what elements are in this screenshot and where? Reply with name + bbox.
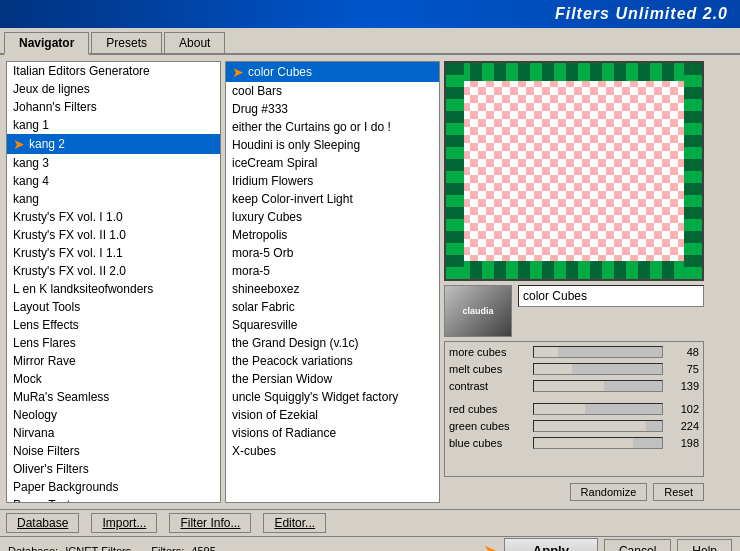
- list-item-label: Neology: [13, 408, 57, 422]
- list-item-label: Squaresville: [232, 318, 297, 332]
- left-list-item[interactable]: Lens Flares: [7, 334, 220, 352]
- middle-list-item[interactable]: Houdini is only Sleeping: [226, 136, 439, 154]
- category-list[interactable]: Italian Editors GeneratoreJeux de lignes…: [6, 61, 221, 503]
- filter-list[interactable]: ➤color Cubescool BarsDrug #333either the…: [225, 61, 440, 503]
- left-list-item[interactable]: L en K landksiteofwonders: [7, 280, 220, 298]
- list-item-label: vision of Ezekial: [232, 408, 318, 422]
- left-list-item[interactable]: Mock: [7, 370, 220, 388]
- left-list-item[interactable]: kang: [7, 190, 220, 208]
- list-item-label: Layout Tools: [13, 300, 80, 314]
- middle-list-item[interactable]: keep Color-invert Light: [226, 190, 439, 208]
- list-item-label: kang: [13, 192, 39, 206]
- filter-name-display: color Cubes: [518, 285, 704, 307]
- left-list-item[interactable]: Krusty's FX vol. I 1.0: [7, 208, 220, 226]
- middle-list-item[interactable]: Metropolis: [226, 226, 439, 244]
- middle-list-item[interactable]: luxury Cubes: [226, 208, 439, 226]
- slider-track[interactable]: [533, 420, 663, 432]
- list-item-label: Lens Effects: [13, 318, 79, 332]
- list-item-label: kang 2: [29, 137, 65, 151]
- left-list-item[interactable]: Paper Backgrounds: [7, 478, 220, 496]
- cancel-button[interactable]: Cancel: [604, 539, 671, 552]
- slider-fill: [534, 347, 558, 357]
- list-item-label: mora-5: [232, 264, 270, 278]
- left-list-item[interactable]: Italian Editors Generatore: [7, 62, 220, 80]
- list-item-label: Iridium Flowers: [232, 174, 313, 188]
- help-button[interactable]: Help: [677, 539, 732, 552]
- filter-name-text: color Cubes: [523, 289, 587, 303]
- slider-track[interactable]: [533, 363, 663, 375]
- tab-about[interactable]: About: [164, 32, 225, 53]
- left-list-item[interactable]: Oliver's Filters: [7, 460, 220, 478]
- arrow-icon: ➤: [13, 136, 25, 152]
- slider-fill: [534, 438, 633, 448]
- middle-list-item[interactable]: Iridium Flowers: [226, 172, 439, 190]
- list-item-label: cool Bars: [232, 84, 282, 98]
- list-item-label: Johann's Filters: [13, 100, 97, 114]
- filter-thumbnail: claudia: [444, 285, 512, 337]
- left-list-item[interactable]: Paper Textures: [7, 496, 220, 503]
- list-item-label: MuRa's Seamless: [13, 390, 109, 404]
- middle-list-item[interactable]: vision of Ezekial: [226, 406, 439, 424]
- left-list-item[interactable]: kang 4: [7, 172, 220, 190]
- database-button[interactable]: Database: [6, 513, 79, 533]
- left-list-item[interactable]: Jeux de lignes: [7, 80, 220, 98]
- apply-button[interactable]: Apply: [504, 538, 598, 551]
- left-list-item[interactable]: ➤kang 2: [7, 134, 220, 154]
- slider-track[interactable]: [533, 437, 663, 449]
- list-item-label: the Grand Design (v.1c): [232, 336, 359, 350]
- middle-list-item[interactable]: ➤color Cubes: [226, 62, 439, 82]
- slider-track[interactable]: [533, 346, 663, 358]
- middle-list-item[interactable]: either the Curtains go or I do !: [226, 118, 439, 136]
- list-item-label: Paper Backgrounds: [13, 480, 118, 494]
- slider-value: 102: [667, 403, 699, 415]
- middle-list-item[interactable]: the Persian Widow: [226, 370, 439, 388]
- middle-list-item[interactable]: mora-5: [226, 262, 439, 280]
- thumb-label: claudia: [462, 306, 493, 316]
- title-bar: Filters Unlimited 2.0: [0, 0, 740, 28]
- left-list-item[interactable]: Nirvana: [7, 424, 220, 442]
- left-list-item[interactable]: Krusty's FX vol. II 1.0: [7, 226, 220, 244]
- right-panel: claudia color Cubes more cubes 48 melt c…: [444, 61, 704, 503]
- left-list-item[interactable]: MuRa's Seamless: [7, 388, 220, 406]
- left-list-item[interactable]: Krusty's FX vol. I 1.1: [7, 244, 220, 262]
- middle-list-item[interactable]: visions of Radiance: [226, 424, 439, 442]
- tab-navigator[interactable]: Navigator: [4, 32, 89, 55]
- middle-list-item[interactable]: iceCream Spiral: [226, 154, 439, 172]
- slider-track[interactable]: [533, 403, 663, 415]
- tab-presets[interactable]: Presets: [91, 32, 162, 53]
- list-item-label: visions of Radiance: [232, 426, 336, 440]
- slider-value: 224: [667, 420, 699, 432]
- left-list-item[interactable]: Neology: [7, 406, 220, 424]
- middle-list-item[interactable]: the Grand Design (v.1c): [226, 334, 439, 352]
- left-list-item[interactable]: Lens Effects: [7, 316, 220, 334]
- preview-border-right: [684, 63, 702, 279]
- left-list-item[interactable]: Mirror Rave: [7, 352, 220, 370]
- editor-button[interactable]: Editor...: [263, 513, 326, 533]
- list-item-label: keep Color-invert Light: [232, 192, 353, 206]
- left-list-item[interactable]: Krusty's FX vol. II 2.0: [7, 262, 220, 280]
- middle-list-item[interactable]: X-cubes: [226, 442, 439, 460]
- list-item-label: X-cubes: [232, 444, 276, 458]
- filters-value: 4595: [191, 545, 215, 552]
- list-item-label: Oliver's Filters: [13, 462, 89, 476]
- list-item-label: mora-5 Orb: [232, 246, 293, 260]
- middle-list-item[interactable]: shineeboxez: [226, 280, 439, 298]
- middle-list-item[interactable]: cool Bars: [226, 82, 439, 100]
- randomize-button[interactable]: Randomize: [570, 483, 648, 501]
- left-list-item[interactable]: kang 3: [7, 154, 220, 172]
- middle-list-item[interactable]: solar Fabric: [226, 298, 439, 316]
- left-list-item[interactable]: Johann's Filters: [7, 98, 220, 116]
- middle-list-item[interactable]: Squaresville: [226, 316, 439, 334]
- import-button[interactable]: Import...: [91, 513, 157, 533]
- middle-list-item[interactable]: uncle Squiggly's Widget factory: [226, 388, 439, 406]
- middle-list-item[interactable]: mora-5 Orb: [226, 244, 439, 262]
- left-list-item[interactable]: Layout Tools: [7, 298, 220, 316]
- slider-track[interactable]: [533, 380, 663, 392]
- left-list-item[interactable]: Noise Filters: [7, 442, 220, 460]
- middle-list-item[interactable]: Drug #333: [226, 100, 439, 118]
- reset-button[interactable]: Reset: [653, 483, 704, 501]
- filter-info-button[interactable]: Filter Info...: [169, 513, 251, 533]
- middle-list-item[interactable]: the Peacock variations: [226, 352, 439, 370]
- list-item-label: Mock: [13, 372, 42, 386]
- left-list-item[interactable]: kang 1: [7, 116, 220, 134]
